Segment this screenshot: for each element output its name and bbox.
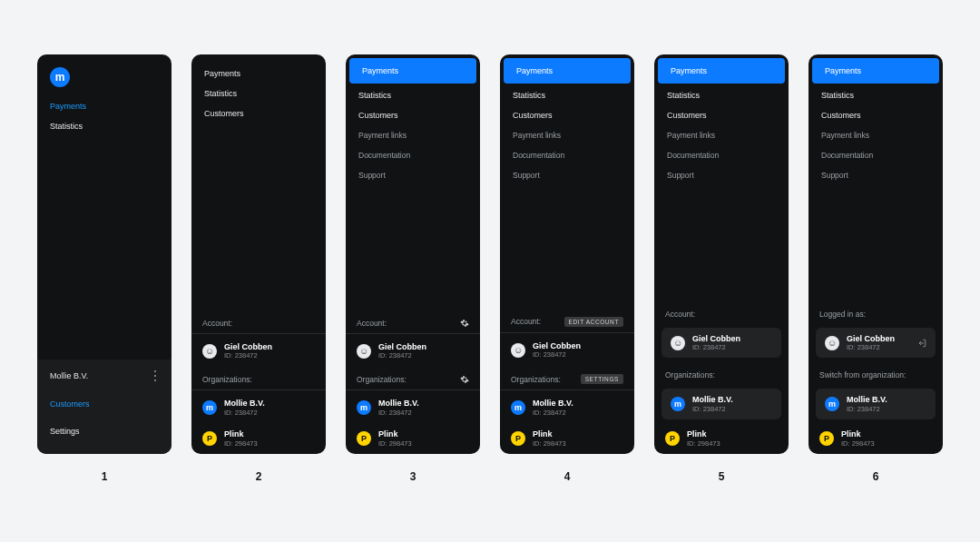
sidebar-top: Payments Statistics Customers Payment li… — [654, 54, 789, 301]
org-icon-mollie: m — [511, 400, 525, 415]
org-row-plink[interactable]: P Plink ID: 298473 — [191, 423, 326, 454]
logged-in-header: Logged in as: — [808, 301, 943, 324]
nav-settings[interactable]: Settings — [50, 421, 159, 441]
sidebar-panel: m Payments Statistics Mollie B.V. Custom… — [37, 54, 172, 454]
orgs-label: Organizations: — [202, 375, 252, 384]
org-name: Mollie B.V. — [224, 399, 265, 409]
orgs-label: Organizations: — [357, 375, 407, 384]
nav-documentation[interactable]: Documentation — [808, 145, 943, 165]
nav-customers[interactable]: Customers — [346, 105, 480, 125]
org-icon-plink: P — [665, 431, 680, 446]
nav-customers[interactable]: Customers — [50, 394, 159, 414]
account-card[interactable]: ☺ Giel Cobben ID: 238472 — [662, 328, 781, 359]
org-name: Plink — [841, 429, 875, 439]
avatar-icon: ☺ — [671, 336, 685, 350]
user-id: ID: 238472 — [378, 351, 426, 360]
nav-payment-links[interactable]: Payment links — [654, 125, 789, 145]
brand-letter: m — [55, 71, 65, 84]
nav-support[interactable]: Support — [808, 165, 943, 185]
org-switcher[interactable]: Mollie B.V. — [50, 370, 159, 381]
user-id: ID: 238472 — [847, 343, 895, 351]
sidebar-top: Payments Statistics Customers Payment li… — [346, 54, 480, 310]
org-icon-mollie: m — [202, 400, 217, 415]
sidebar-bottom: Account: EDIT ACCOUNT ☺ Giel Cobben ID: … — [500, 308, 634, 454]
brand-logo: m — [50, 67, 70, 87]
nav-statistics[interactable]: Statistics — [500, 85, 634, 105]
nav-payment-links[interactable]: Payment links — [500, 125, 634, 145]
nav-customers[interactable]: Customers — [808, 105, 943, 125]
avatar-icon: ☺ — [825, 336, 839, 350]
org-card-mollie[interactable]: m Mollie B.V. ID: 238472 — [816, 389, 936, 419]
org-id: ID: 238472 — [378, 409, 419, 417]
account-label: Account: — [357, 319, 387, 328]
orgs-header: Organizations: — [346, 366, 480, 389]
org-row-plink[interactable]: P Plink ID: 298473 — [500, 423, 634, 454]
account-card[interactable]: ☺ Giel Cobben ID: 238472 — [816, 328, 936, 359]
nav: Payments Statistics — [37, 96, 172, 136]
avatar-icon: ☺ — [511, 343, 525, 358]
switch-org-label: Switch from organization: — [819, 370, 906, 379]
sidebar-top: Payments Statistics Customers Payment li… — [500, 54, 634, 308]
nav: Payments Statistics Customers — [191, 54, 326, 123]
gear-icon[interactable] — [460, 319, 469, 328]
org-card-mollie[interactable]: m Mollie B.V. ID: 238472 — [662, 389, 781, 419]
user-name: Giel Cobben — [533, 341, 581, 351]
nav-support[interactable]: Support — [500, 165, 634, 185]
variant-caption: 6 — [873, 470, 879, 483]
user-name: Giel Cobben — [692, 334, 740, 344]
org-name: Mollie B.V. — [533, 399, 573, 409]
variant-caption: 1 — [102, 470, 108, 483]
variant-caption: 2 — [256, 470, 262, 483]
nav-statistics[interactable]: Statistics — [654, 85, 789, 105]
sidebar-top: m Payments Statistics — [37, 54, 172, 360]
sidebar-top: Payments Statistics Customers — [191, 54, 326, 310]
user-id: ID: 238472 — [692, 343, 740, 351]
divider — [500, 389, 634, 390]
nav-support[interactable]: Support — [654, 165, 789, 185]
variant-3: Payments Statistics Customers Payment li… — [346, 54, 480, 542]
nav-documentation[interactable]: Documentation — [500, 145, 634, 165]
org-row-plink[interactable]: P Plink ID: 298473 — [346, 423, 480, 454]
nav-payments[interactable]: Payments — [349, 58, 476, 84]
avatar-icon: ☺ — [357, 344, 371, 359]
edit-account-button[interactable]: EDIT ACCOUNT — [564, 317, 623, 327]
nav-payment-links[interactable]: Payment links — [346, 125, 480, 145]
org-name: Mollie B.V. — [847, 395, 887, 405]
nav-payments[interactable]: Payments — [658, 58, 785, 84]
logout-icon[interactable] — [917, 339, 926, 348]
sidebar-panel: Payments Statistics Customers Account: ☺… — [191, 54, 326, 454]
sidebar-panel: Payments Statistics Customers Payment li… — [808, 54, 943, 454]
org-id: ID: 298473 — [841, 439, 875, 448]
nav-customers[interactable]: Customers — [191, 103, 326, 123]
account-row[interactable]: ☺ Giel Cobben ID: 238472 — [191, 336, 326, 367]
org-row-mollie[interactable]: m Mollie B.V. ID: 238472 — [191, 392, 326, 423]
nav-statistics[interactable]: Statistics — [37, 116, 172, 136]
nav-payments[interactable]: Payments — [191, 64, 326, 84]
nav-payments[interactable]: Payments — [37, 96, 172, 116]
nav-customers[interactable]: Customers — [654, 105, 789, 125]
nav-documentation[interactable]: Documentation — [346, 145, 480, 165]
nav-support[interactable]: Support — [346, 165, 480, 185]
org-row-mollie[interactable]: m Mollie B.V. ID: 238472 — [500, 392, 634, 423]
user-name: Giel Cobben — [378, 342, 426, 352]
org-name: Plink — [378, 429, 412, 439]
nav-statistics[interactable]: Statistics — [808, 85, 943, 105]
variant-1: m Payments Statistics Mollie B.V. Custom… — [37, 54, 172, 542]
org-settings-button[interactable]: SETTINGS — [581, 374, 623, 384]
nav-payments[interactable]: Payments — [812, 58, 939, 84]
nav-payment-links[interactable]: Payment links — [808, 125, 943, 145]
gear-icon[interactable] — [460, 375, 469, 384]
org-row-mollie[interactable]: m Mollie B.V. ID: 238472 — [346, 392, 480, 423]
variant-6: Payments Statistics Customers Payment li… — [808, 54, 943, 542]
org-row-plink[interactable]: P Plink ID: 298473 — [654, 423, 789, 454]
org-row-plink[interactable]: P Plink ID: 298473 — [808, 423, 943, 454]
nav: Payments Statistics Customers Payment li… — [808, 54, 943, 185]
nav-documentation[interactable]: Documentation — [654, 145, 789, 165]
account-row[interactable]: ☺ Giel Cobben ID: 238472 — [500, 335, 634, 366]
nav-statistics[interactable]: Statistics — [191, 84, 326, 103]
nav-customers[interactable]: Customers — [500, 105, 634, 125]
nav-payments[interactable]: Payments — [504, 58, 631, 84]
nav-statistics[interactable]: Statistics — [346, 85, 480, 105]
orgs-label: Organizations: — [665, 370, 715, 379]
account-row[interactable]: ☺ Giel Cobben ID: 238472 — [346, 336, 480, 367]
